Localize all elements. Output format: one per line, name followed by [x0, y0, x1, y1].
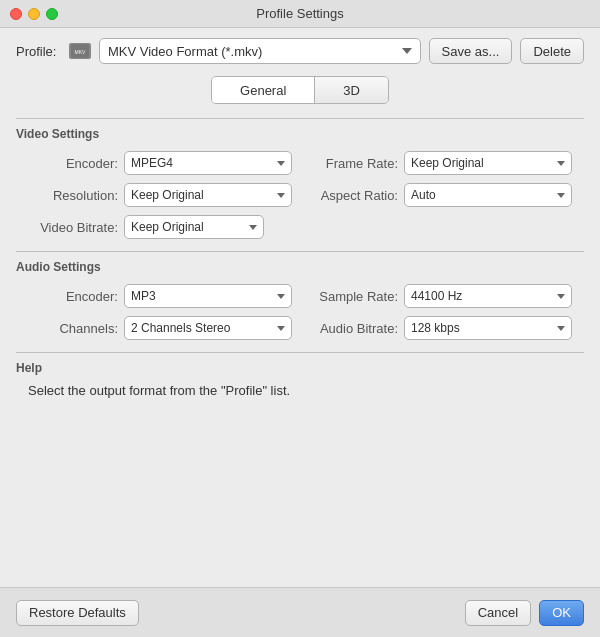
close-button[interactable]: [10, 8, 22, 20]
audio-encoder-select[interactable]: MP3 AAC OGG: [124, 284, 292, 308]
profile-select[interactable]: MKV Video Format (*.mkv): [99, 38, 421, 64]
footer-right: Cancel OK: [465, 600, 584, 626]
video-fields-grid: Encoder: MPEG4 H.264 H.265 Frame Rate: K…: [16, 151, 584, 207]
traffic-lights: [10, 8, 58, 20]
video-settings-title: Video Settings: [16, 127, 584, 141]
audio-bitrate-label: Audio Bitrate:: [308, 321, 398, 336]
help-title: Help: [16, 361, 584, 375]
sample-rate-row: Sample Rate: 44100 Hz 48000 Hz 22050 Hz: [308, 284, 572, 308]
profile-label: Profile:: [16, 44, 61, 59]
channels-select[interactable]: 2 Channels Stereo Mono 5.1 Surround: [124, 316, 292, 340]
help-text: Select the output format from the "Profi…: [16, 383, 584, 398]
sample-rate-label: Sample Rate:: [308, 289, 398, 304]
resolution-row: Resolution: Keep Original 1920x1080 1280…: [28, 183, 292, 207]
tabs-row: General 3D: [16, 76, 584, 104]
help-section: Help Select the output format from the "…: [16, 352, 584, 398]
tab-general[interactable]: General: [212, 77, 315, 103]
tab-3d[interactable]: 3D: [315, 77, 388, 103]
resolution-select[interactable]: Keep Original 1920x1080 1280x720: [124, 183, 292, 207]
ok-button[interactable]: OK: [539, 600, 584, 626]
save-as-button[interactable]: Save as...: [429, 38, 513, 64]
video-encoder-select[interactable]: MPEG4 H.264 H.265: [124, 151, 292, 175]
audio-fields-grid: Encoder: MP3 AAC OGG Sample Rate: 44100 …: [16, 284, 584, 340]
channels-row: Channels: 2 Channels Stereo Mono 5.1 Sur…: [28, 316, 292, 340]
audio-settings-section: Audio Settings Encoder: MP3 AAC OGG Samp…: [16, 251, 584, 340]
audio-encoder-row: Encoder: MP3 AAC OGG: [28, 284, 292, 308]
delete-button[interactable]: Delete: [520, 38, 584, 64]
mkv-icon: MKV: [69, 43, 91, 59]
title-bar: Profile Settings: [0, 0, 600, 28]
minimize-button[interactable]: [28, 8, 40, 20]
frame-rate-select[interactable]: Keep Original 24 30: [404, 151, 572, 175]
cancel-button[interactable]: Cancel: [465, 600, 531, 626]
svg-text:MKV: MKV: [75, 49, 87, 55]
frame-rate-row: Frame Rate: Keep Original 24 30: [308, 151, 572, 175]
window-title: Profile Settings: [256, 6, 343, 21]
audio-bitrate-row: Audio Bitrate: 128 kbps 192 kbps 256 kbp…: [308, 316, 572, 340]
aspect-ratio-label: Aspect Ratio:: [308, 188, 398, 203]
video-encoder-row: Encoder: MPEG4 H.264 H.265: [28, 151, 292, 175]
audio-encoder-label: Encoder:: [28, 289, 118, 304]
audio-settings-title: Audio Settings: [16, 260, 584, 274]
footer: Restore Defaults Cancel OK: [0, 587, 600, 637]
restore-defaults-button[interactable]: Restore Defaults: [16, 600, 139, 626]
maximize-button[interactable]: [46, 8, 58, 20]
channels-label: Channels:: [28, 321, 118, 336]
resolution-label: Resolution:: [28, 188, 118, 203]
aspect-ratio-row: Aspect Ratio: Auto 4:3 16:9: [308, 183, 572, 207]
video-bitrate-select[interactable]: Keep Original 500 kbps 1000 kbps: [124, 215, 264, 239]
video-encoder-label: Encoder:: [28, 156, 118, 171]
aspect-ratio-select[interactable]: Auto 4:3 16:9: [404, 183, 572, 207]
sample-rate-select[interactable]: 44100 Hz 48000 Hz 22050 Hz: [404, 284, 572, 308]
audio-bitrate-select[interactable]: 128 kbps 192 kbps 256 kbps: [404, 316, 572, 340]
video-bitrate-label: Video Bitrate:: [28, 220, 118, 235]
profile-row: Profile: MKV MKV Video Format (*.mkv) Sa…: [16, 38, 584, 64]
video-settings-section: Video Settings Encoder: MPEG4 H.264 H.26…: [16, 118, 584, 239]
tab-group: General 3D: [211, 76, 389, 104]
frame-rate-label: Frame Rate:: [308, 156, 398, 171]
video-bitrate-row: Video Bitrate: Keep Original 500 kbps 10…: [16, 215, 584, 239]
